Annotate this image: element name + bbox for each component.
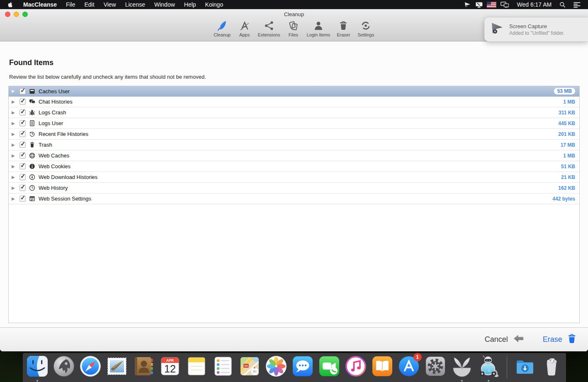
toolbar-settings[interactable]: Settings (357, 19, 375, 37)
apple-menu[interactable] (5, 2, 19, 8)
list-item-logs-crash[interactable]: ▶ ✓ Logs Crash 311 KB (9, 107, 579, 118)
dock-item-maps[interactable]: 2803D (238, 355, 262, 380)
list-item-chat-histories[interactable]: ▶ ✓ Chat Histories 1 MB (9, 97, 579, 107)
messages-icon (291, 355, 314, 380)
row-size-badge: 53 MB (554, 88, 575, 94)
info-circle-icon (29, 163, 36, 170)
toolbar-apps[interactable]: Apps (236, 19, 254, 37)
disclosure-triangle-icon[interactable]: ▶ (12, 143, 17, 147)
dock-item-launchpad[interactable] (52, 355, 76, 380)
main-content: Found Items Review the list below carefu… (0, 42, 588, 327)
input-source-flag-icon[interactable] (485, 2, 498, 8)
menu-license[interactable]: License (121, 1, 150, 8)
disclosure-triangle-icon[interactable]: ▶ (12, 154, 17, 158)
feather-icon (217, 19, 228, 31)
row-checkbox[interactable]: ✓ (19, 174, 26, 180)
disclosure-triangle-icon[interactable]: ▶ (12, 100, 17, 104)
row-size-badge: 17 MB (561, 142, 575, 148)
list-item-caches-user[interactable]: ▶ ✓ Caches User 53 MB (9, 86, 579, 97)
disclosure-triangle-icon[interactable]: ▶ (12, 186, 17, 190)
files-icon (288, 19, 299, 31)
dock-item-messages[interactable] (291, 355, 315, 380)
dock-item-trash-full[interactable] (540, 355, 564, 380)
toolbar-files[interactable]: Files (284, 19, 302, 37)
spotlight-icon[interactable] (557, 2, 568, 8)
airplay-displays-icon[interactable] (498, 2, 511, 8)
list-item-web-cookies[interactable]: ▶ ✓ Web Cookies 51 KB (9, 161, 579, 172)
row-checkbox[interactable]: ✓ (19, 99, 26, 105)
dock-item-mail[interactable] (105, 355, 129, 380)
row-size-badge: 1 MB (563, 153, 575, 159)
toolbar-login-items[interactable]: Login Items (306, 19, 330, 37)
row-checkbox[interactable]: ✓ (19, 152, 26, 159)
list-item-web-history[interactable]: ▶ ✓ Web History 162 KB (9, 183, 579, 193)
disclosure-triangle-icon[interactable]: ▶ (12, 132, 17, 136)
menu-edit[interactable]: Edit (80, 1, 99, 8)
list-item-web-session-settings[interactable]: ▶ ✓ Web Session Settings 442 bytes (9, 193, 579, 204)
cancel-button[interactable]: Cancel (485, 334, 525, 346)
disclosure-triangle-icon[interactable]: ▶ (12, 121, 17, 126)
svg-text:280: 280 (244, 365, 248, 367)
list-item-logs-user[interactable]: ▶ ✓ Logs User 445 KB (9, 118, 579, 129)
disclosure-triangle-icon[interactable]: ▶ (12, 89, 17, 93)
row-checkbox[interactable]: ✓ (19, 196, 26, 202)
row-checkbox[interactable]: ✓ (19, 88, 26, 94)
dock-item-ibooks[interactable] (371, 355, 394, 380)
row-checkbox[interactable]: ✓ (19, 109, 26, 116)
notification-center-icon[interactable] (571, 2, 583, 8)
menu-help[interactable]: Help (180, 1, 201, 8)
row-checkbox[interactable]: ✓ (19, 142, 26, 148)
toolbar-eraser[interactable]: Eraser (334, 19, 352, 37)
dock-item-finder[interactable] (26, 355, 49, 380)
dock-item-app-store[interactable]: 1 (397, 355, 421, 380)
toolbar-extensions[interactable]: Extensions (258, 19, 280, 37)
toolbar-cleanup[interactable]: Cleanup (213, 19, 231, 37)
trash-small-icon (29, 142, 36, 148)
dock-item-facetime[interactable] (318, 355, 341, 380)
menu-window[interactable]: Window (150, 1, 180, 8)
dock-item-contacts[interactable] (132, 355, 156, 380)
erase-button[interactable]: Erase (543, 334, 576, 346)
notification-banner[interactable]: Screen Capture Added to "Unfiled" folder… (484, 17, 588, 41)
list-item-web-caches[interactable]: ▶ ✓ Web Caches 1 MB (9, 150, 579, 161)
disclosure-triangle-icon[interactable]: ▶ (12, 111, 17, 115)
dock-item-photos[interactable] (265, 355, 288, 380)
settings-swirl-icon (360, 19, 371, 31)
dock-item-reminders[interactable] (211, 355, 235, 380)
screen-sharing-icon[interactable] (473, 2, 485, 8)
row-size-badge: 445 KB (558, 121, 575, 126)
row-checkbox[interactable]: ✓ (19, 163, 26, 169)
row-checkbox[interactable]: ✓ (19, 131, 26, 137)
screen-capture-status-icon[interactable] (462, 2, 473, 8)
itunes-icon (344, 355, 367, 380)
dock-item-downloads-folder[interactable] (513, 355, 537, 380)
row-checkbox[interactable]: ✓ (19, 185, 26, 191)
dock-item-notes[interactable] (185, 355, 209, 380)
menu-file[interactable]: File (61, 1, 80, 8)
trash-full-icon (540, 355, 563, 380)
menu-koingo[interactable]: Koingo (201, 1, 228, 8)
dock-item-safari[interactable] (79, 355, 102, 380)
appstore-a-icon (239, 19, 250, 31)
dock-item-system-preferences[interactable] (424, 355, 447, 380)
menu-app-name[interactable]: MacCleanse (19, 1, 61, 8)
list-item-recent-file-histories[interactable]: ▶ ✓ Recent File Histories 201 KB (9, 129, 579, 140)
facetime-icon (318, 355, 341, 380)
running-indicator (36, 380, 38, 382)
calendar-icon: APR12 (158, 355, 182, 380)
dock-item-calendar[interactable]: APR12 (158, 355, 182, 380)
row-checkbox[interactable]: ✓ (19, 120, 26, 126)
notes-icon (185, 355, 208, 380)
dock-item-maccleanse[interactable] (450, 355, 474, 380)
dock-item-robot-cleaner[interactable] (477, 355, 501, 380)
row-size-badge: 162 KB (558, 185, 575, 191)
disclosure-triangle-icon[interactable]: ▶ (12, 197, 17, 201)
menu-view[interactable]: View (99, 1, 121, 8)
list-item-web-download-histories[interactable]: ▶ ✓ Web Download Histories 21 KB (9, 172, 579, 183)
disclosure-triangle-icon[interactable]: ▶ (12, 164, 17, 169)
disclosure-triangle-icon[interactable]: ▶ (12, 175, 17, 179)
menu-clock[interactable]: Wed 6:17 AM (514, 1, 554, 8)
list-item-trash[interactable]: ▶ ✓ Trash 17 MB (9, 140, 579, 150)
clock-icon (29, 185, 36, 191)
dock-item-itunes[interactable] (344, 355, 368, 380)
